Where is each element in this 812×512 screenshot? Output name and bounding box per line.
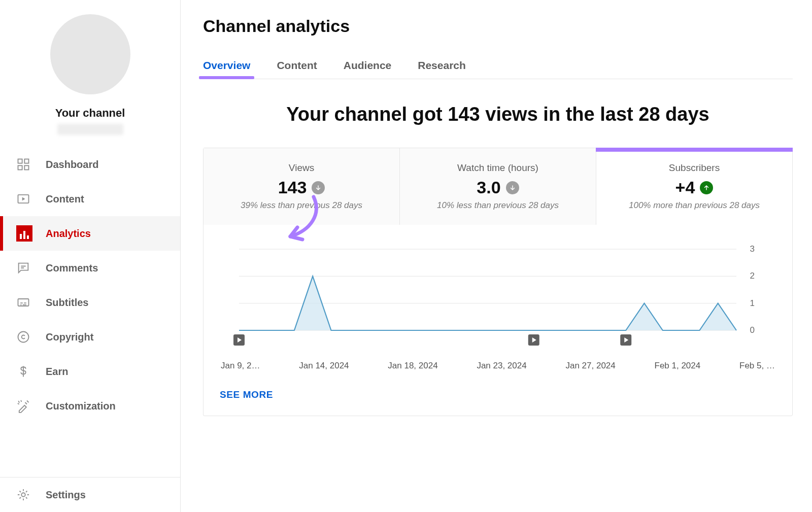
sidebar-item-label: Comments bbox=[46, 262, 98, 274]
subtitles-icon bbox=[16, 295, 46, 310]
x-tick-label: Jan 27, 2024 bbox=[565, 361, 615, 371]
sidebar: Your channel Dashboard Content Ana bbox=[0, 0, 181, 512]
main-content: Channel analytics Overview Content Audie… bbox=[181, 0, 812, 512]
x-tick-label: Jan 23, 2024 bbox=[477, 361, 526, 371]
see-more-link[interactable]: SEE MORE bbox=[204, 376, 289, 416]
tab-content[interactable]: Content bbox=[277, 55, 317, 79]
sidebar-item-label: Customization bbox=[46, 400, 116, 412]
comments-icon bbox=[16, 261, 46, 275]
tab-label: Overview bbox=[203, 59, 250, 71]
sidebar-item-customization[interactable]: Customization bbox=[0, 389, 180, 423]
tab-label: Audience bbox=[344, 59, 392, 71]
sidebar-item-label: Content bbox=[46, 193, 84, 205]
tab-overview[interactable]: Overview bbox=[203, 55, 250, 79]
trend-up-icon bbox=[700, 181, 713, 194]
copyright-icon bbox=[16, 330, 46, 344]
metric-subtext: 10% less than previous 28 days bbox=[406, 200, 590, 211]
sidebar-nav: Dashboard Content Analytics Comments bbox=[0, 147, 180, 471]
headline: Your channel got 143 views in the last 2… bbox=[203, 104, 793, 125]
dashboard-icon bbox=[16, 157, 46, 172]
metric-views[interactable]: Views 143 39% less than previous 28 days bbox=[204, 148, 400, 225]
x-tick-label: Jan 18, 2024 bbox=[388, 361, 437, 371]
customization-icon bbox=[16, 399, 46, 413]
upload-marker-icon[interactable] bbox=[528, 334, 539, 346]
sidebar-item-settings[interactable]: Settings bbox=[0, 477, 180, 512]
analytics-icon bbox=[16, 225, 46, 242]
x-tick-label: Jan 9, 2… bbox=[221, 361, 260, 371]
channel-header: Your channel bbox=[0, 0, 180, 147]
page-title: Channel analytics bbox=[203, 16, 793, 36]
sidebar-item-label: Subtitles bbox=[46, 297, 88, 309]
metric-title: Subscribers bbox=[602, 162, 786, 174]
sidebar-item-label: Dashboard bbox=[46, 159, 98, 170]
svg-point-6 bbox=[18, 332, 29, 343]
metric-value: 3.0 bbox=[477, 178, 500, 197]
sidebar-item-earn[interactable]: Earn bbox=[0, 354, 180, 389]
sidebar-item-subtitles[interactable]: Subtitles bbox=[0, 285, 180, 320]
svg-rect-1 bbox=[24, 159, 28, 163]
y-tick-label: 3 bbox=[750, 244, 755, 254]
sidebar-item-label: Analytics bbox=[46, 228, 91, 240]
analytics-card: Views 143 39% less than previous 28 days… bbox=[203, 148, 793, 416]
x-tick-label: Jan 14, 2024 bbox=[299, 361, 349, 371]
y-tick-label: 1 bbox=[750, 298, 755, 308]
sidebar-item-copyright[interactable]: Copyright bbox=[0, 320, 180, 354]
metric-title: Views bbox=[210, 162, 393, 174]
trend-down-icon bbox=[506, 181, 519, 194]
svg-rect-0 bbox=[18, 159, 22, 163]
sidebar-item-dashboard[interactable]: Dashboard bbox=[0, 147, 180, 182]
sidebar-item-label: Copyright bbox=[46, 331, 93, 343]
tab-research[interactable]: Research bbox=[418, 55, 466, 79]
content-icon bbox=[16, 192, 46, 206]
tab-label: Research bbox=[418, 59, 466, 71]
tab-label: Content bbox=[277, 59, 317, 71]
sidebar-item-label: Settings bbox=[46, 489, 86, 501]
metric-subtext: 39% less than previous 28 days bbox=[210, 200, 393, 211]
earn-icon bbox=[16, 364, 46, 379]
metric-watch-time[interactable]: Watch time (hours) 3.0 10% less than pre… bbox=[400, 148, 596, 225]
svg-rect-2 bbox=[18, 165, 22, 169]
sidebar-item-comments[interactable]: Comments bbox=[0, 251, 180, 285]
metric-value: 143 bbox=[278, 178, 307, 197]
channel-avatar[interactable] bbox=[50, 14, 130, 94]
tabs: Overview Content Audience Research bbox=[203, 55, 793, 79]
channel-label: Your channel bbox=[0, 107, 180, 120]
svg-point-7 bbox=[21, 493, 25, 496]
sidebar-item-analytics[interactable]: Analytics bbox=[0, 216, 180, 251]
metric-subtext: 100% more than previous 28 days bbox=[602, 200, 786, 211]
svg-rect-3 bbox=[24, 165, 28, 169]
metric-value: +4 bbox=[675, 178, 695, 197]
chart-x-axis: Jan 9, 2…Jan 14, 2024Jan 18, 2024Jan 23,… bbox=[218, 356, 778, 371]
x-tick-label: Feb 1, 2024 bbox=[655, 361, 701, 371]
metric-subscribers[interactable]: Subscribers +4 100% more than previous 2… bbox=[596, 148, 792, 225]
metrics-row: Views 143 39% less than previous 28 days… bbox=[204, 148, 792, 225]
y-tick-label: 0 bbox=[750, 325, 755, 335]
chart: 0123 Jan 9, 2…Jan 14, 2024Jan 18, 20 bbox=[204, 225, 792, 376]
sidebar-item-label: Earn bbox=[46, 366, 68, 378]
x-tick-label: Feb 5, … bbox=[739, 361, 775, 371]
channel-name-redacted bbox=[57, 124, 123, 135]
gear-icon bbox=[16, 488, 46, 502]
metric-title: Watch time (hours) bbox=[406, 162, 590, 174]
upload-marker-icon[interactable] bbox=[620, 334, 631, 346]
tab-audience[interactable]: Audience bbox=[344, 55, 392, 79]
y-tick-label: 2 bbox=[750, 271, 755, 281]
upload-marker-icon[interactable] bbox=[233, 334, 245, 346]
line-chart: 0123 bbox=[218, 244, 778, 356]
trend-down-icon bbox=[312, 181, 325, 194]
sidebar-item-content[interactable]: Content bbox=[0, 182, 180, 216]
